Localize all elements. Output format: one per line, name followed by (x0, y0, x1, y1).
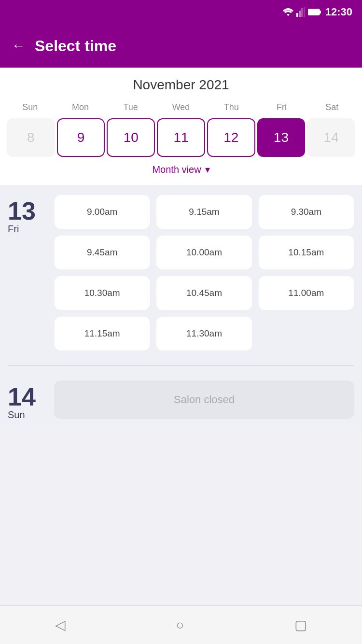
svg-rect-2 (301, 8, 303, 17)
time-slot-1015[interactable]: 10.15am (258, 235, 354, 270)
day-header-fri: Fri (256, 100, 306, 114)
date-13[interactable]: 13 (257, 118, 306, 157)
svg-rect-1 (299, 11, 301, 17)
day-header-tue: Tue (106, 100, 156, 114)
day-header-sat: Sat (307, 100, 357, 114)
nav-back-button[interactable]: ◁ (55, 617, 66, 633)
month-view-label: Month view (152, 164, 201, 175)
date-12[interactable]: 12 (207, 118, 255, 157)
back-button[interactable]: ← (12, 38, 25, 54)
time-section: 13 Fri 9.00am 9.15am 9.30am 9.45am 10.00… (0, 185, 362, 430)
chevron-down-icon: ▾ (205, 164, 210, 175)
time-slot-930[interactable]: 9.30am (258, 195, 354, 229)
day-name-14: Sun (8, 409, 46, 420)
time-slot-1100[interactable]: 11.00am (258, 276, 354, 310)
time-slot-1115[interactable]: 11.15am (54, 316, 150, 351)
header: ← Select time (0, 24, 362, 68)
day-number-13: 13 (8, 198, 46, 224)
status-bar: 12:30 (0, 0, 362, 24)
day-row-14: 14 Sun Salon closed (8, 380, 354, 420)
day-block-13: 13 Fri 9.00am 9.15am 9.30am 9.45am 10.00… (8, 195, 354, 351)
time-slot-1045[interactable]: 10.45am (156, 276, 252, 310)
date-11[interactable]: 11 (157, 118, 205, 157)
time-slot-945[interactable]: 9.45am (54, 235, 150, 270)
nav-home-button[interactable]: ○ (176, 617, 184, 633)
date-9[interactable]: 9 (57, 118, 105, 157)
time-slot-1030[interactable]: 10.30am (54, 276, 150, 310)
time-slot-1000[interactable]: 10.00am (156, 235, 252, 270)
day-divider (8, 365, 354, 366)
day-header-mon: Mon (55, 100, 105, 114)
svg-rect-3 (304, 7, 305, 17)
day-info-13: 13 Fri (8, 195, 46, 235)
day-row-13: 13 Fri 9.00am 9.15am 9.30am 9.45am 10.00… (8, 195, 354, 351)
status-time: 12:30 (325, 6, 352, 18)
nav-recent-button[interactable]: ▢ (294, 617, 307, 633)
time-slot-900[interactable]: 9.00am (54, 195, 150, 229)
svg-rect-5 (320, 11, 321, 14)
month-view-toggle[interactable]: Month view ▾ (5, 157, 357, 180)
time-slot-915[interactable]: 9.15am (156, 195, 252, 229)
svg-rect-0 (296, 13, 298, 17)
date-row: 8 9 10 11 12 13 14 (5, 118, 357, 157)
signal-icon (296, 7, 305, 17)
nav-bar: ◁ ○ ▢ (0, 605, 362, 644)
svg-rect-6 (309, 10, 316, 14)
day-headers: Sun Mon Tue Wed Thu Fri Sat (5, 100, 357, 114)
time-grid-13: 9.00am 9.15am 9.30am 9.45am 10.00am 10.1… (54, 195, 354, 351)
page-title: Select time (35, 37, 116, 55)
day-header-sun: Sun (5, 100, 55, 114)
time-slot-1130[interactable]: 11.30am (156, 316, 252, 351)
salon-closed-label: Salon closed (54, 380, 354, 419)
month-title: November 2021 (5, 77, 357, 93)
day-name-13: Fri (8, 224, 46, 235)
day-number-14: 14 (8, 384, 46, 409)
date-14[interactable]: 14 (307, 118, 355, 157)
spacer (0, 430, 362, 469)
day-info-14: 14 Sun (8, 380, 46, 420)
calendar-section: November 2021 Sun Mon Tue Wed Thu Fri Sa… (0, 68, 362, 185)
battery-icon (308, 8, 321, 16)
date-8[interactable]: 8 (7, 118, 55, 157)
day-header-thu: Thu (206, 100, 256, 114)
day-header-wed: Wed (156, 100, 206, 114)
wifi-icon (283, 8, 293, 16)
day-block-14: 14 Sun Salon closed (8, 380, 354, 420)
status-icons (283, 7, 321, 17)
date-10[interactable]: 10 (107, 118, 155, 157)
